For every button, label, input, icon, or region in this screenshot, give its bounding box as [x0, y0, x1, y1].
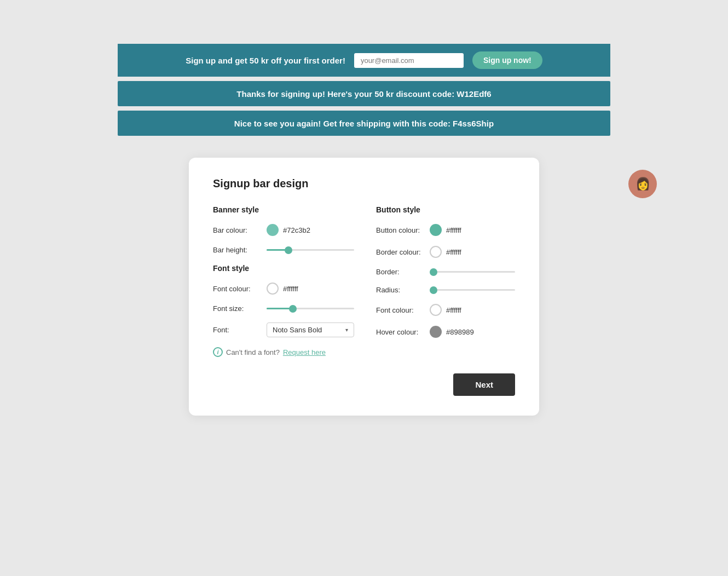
request-here-link[interactable]: Request here	[283, 348, 326, 356]
font-colour-dot[interactable]	[267, 283, 279, 295]
hover-colour-dot[interactable]	[430, 326, 442, 338]
button-colour-label: Button colour:	[376, 226, 425, 234]
panel-title: Signup bar design	[213, 177, 515, 190]
button-colour-row: Button colour: #ffffff	[376, 224, 515, 236]
font-dropdown[interactable]: Noto Sans Bold ▾	[267, 322, 354, 337]
info-icon: i	[213, 347, 223, 357]
avatar-emoji: 👩	[635, 177, 650, 191]
hover-colour-value: #898989	[446, 328, 474, 336]
banner-style-title: Banner style	[213, 205, 354, 214]
avatar-container: 👩	[628, 170, 657, 198]
border-slider[interactable]	[430, 271, 515, 273]
border-row: Border:	[376, 268, 515, 276]
border-label: Border:	[376, 268, 425, 276]
border-colour-value: #ffffff	[446, 248, 461, 256]
signup-email-input[interactable]	[354, 53, 464, 68]
left-column: Banner style Bar colour: #72c3b2 Bar hei…	[213, 205, 354, 357]
font-label: Font:	[213, 326, 262, 334]
font-row: Font: Noto Sans Bold ▾	[213, 322, 354, 337]
bar-colour-label: Bar colour:	[213, 226, 262, 234]
border-colour-row: Border colour: #ffffff	[376, 246, 515, 258]
returning-banner-text: Nice to see you again! Get free shipping…	[234, 119, 494, 128]
bar-colour-row: Bar colour: #72c3b2	[213, 224, 354, 236]
button-font-colour-label: Font colour:	[376, 306, 425, 314]
design-panel: Signup bar design Banner style Bar colou…	[189, 158, 539, 416]
radius-row: Radius:	[376, 286, 515, 294]
bar-colour-value: #72c3b2	[283, 226, 310, 234]
signup-now-button[interactable]: Sign up now!	[472, 51, 542, 69]
discount-banner-text: Thanks for signing up! Here's your 50 kr…	[236, 89, 491, 99]
font-size-slider[interactable]	[267, 308, 354, 309]
button-font-colour-dot[interactable]	[430, 304, 442, 316]
font-dropdown-value: Noto Sans Bold	[273, 326, 341, 334]
radius-slider[interactable]	[430, 289, 515, 291]
signup-banner-text: Sign up and get 50 kr off your first ord…	[186, 56, 345, 65]
cant-find-font-row: i Can't find a font? Request here	[213, 347, 354, 357]
button-colour-dot[interactable]	[430, 224, 442, 236]
banners-preview: Sign up and get 50 kr off your first ord…	[118, 44, 610, 136]
font-style-title: Font style	[213, 264, 354, 273]
font-colour-label: Font colour:	[213, 285, 262, 293]
signup-banner: Sign up and get 50 kr off your first ord…	[118, 44, 610, 77]
avatar: 👩	[628, 170, 657, 198]
bar-height-label: Bar height:	[213, 246, 262, 254]
hover-colour-label: Hover colour:	[376, 328, 425, 336]
returning-banner: Nice to see you again! Get free shipping…	[118, 111, 610, 136]
radius-label: Radius:	[376, 286, 425, 294]
next-btn-row: Next	[213, 373, 515, 396]
font-colour-value: #ffffff	[283, 285, 298, 293]
chevron-down-icon: ▾	[345, 327, 348, 333]
border-colour-label: Border colour:	[376, 248, 425, 256]
right-column: Button style Button colour: #ffffff Bord…	[376, 205, 515, 357]
discount-banner: Thanks for signing up! Here's your 50 kr…	[118, 81, 610, 106]
font-size-label: Font size:	[213, 304, 262, 313]
bar-colour-dot[interactable]	[267, 224, 279, 236]
button-style-title: Button style	[376, 205, 515, 214]
button-font-colour-row: Font colour: #ffffff	[376, 304, 515, 316]
font-colour-row: Font colour: #ffffff	[213, 283, 354, 295]
bar-height-slider[interactable]	[267, 249, 354, 251]
cant-find-text: Can't find a font?	[226, 348, 280, 356]
next-button[interactable]: Next	[453, 373, 515, 396]
button-font-colour-value: #ffffff	[446, 306, 461, 314]
hover-colour-row: Hover colour: #898989	[376, 326, 515, 338]
border-colour-dot[interactable]	[430, 246, 442, 258]
button-colour-value: #ffffff	[446, 226, 461, 234]
bar-height-row: Bar height:	[213, 246, 354, 254]
font-size-row: Font size:	[213, 304, 354, 313]
